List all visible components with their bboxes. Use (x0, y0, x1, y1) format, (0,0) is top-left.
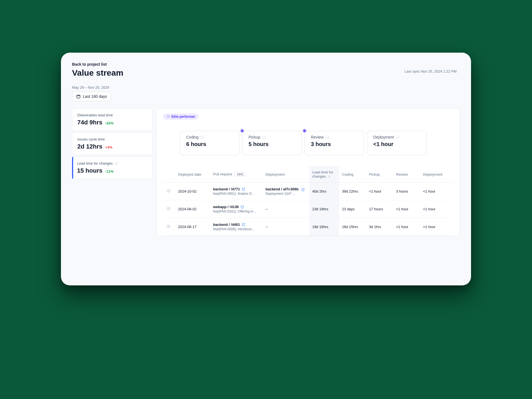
date-range-label: May 29 – Nov 25, 2024 (72, 85, 460, 89)
cell-coding: 39d 22hrs (339, 183, 366, 200)
svg-point-6 (168, 190, 169, 192)
metric-label: Lead time for changes (77, 161, 147, 165)
metric-delta: -11% (105, 169, 114, 173)
stage-dot-icon (241, 129, 244, 132)
external-link-icon[interactable] (242, 223, 245, 226)
metric-value: 15 hours (77, 167, 103, 174)
col-pull-request-label: Pull request (213, 172, 232, 176)
svg-rect-0 (77, 95, 80, 98)
info-icon (325, 135, 329, 139)
cell-watch (163, 218, 175, 236)
changes-table: Deployed date Pull request 1641 Deployme… (163, 166, 453, 236)
col-deployed-date[interactable]: Deployed date (175, 166, 211, 183)
stage-value: 3 hours (311, 141, 358, 147)
cell-lead: 19d 16hrs (310, 218, 339, 236)
page-title: Value stream (72, 68, 460, 78)
cell-deployment: -- (263, 218, 310, 236)
cell-deployment: backend / af7c306bDeployment 1047… (263, 183, 310, 200)
table-row[interactable]: 2024-08-02webapp / !4136 feat(PAN-5161):… (163, 200, 453, 218)
stage-label: Review (311, 135, 358, 139)
svg-point-7 (168, 208, 169, 209)
cell-review: <1 hour (393, 200, 420, 218)
metric-value: 74d 9hrs (77, 119, 103, 126)
metric-value: 2d 12hrs (77, 143, 103, 150)
stage-value: 6 hours (186, 141, 233, 147)
cell-deploy: <1 hour (420, 183, 453, 200)
gauge-icon (167, 115, 170, 118)
cell-coding: 23 days (339, 200, 366, 218)
stage-label: Coding (186, 135, 233, 139)
cell-deployment: -- (263, 200, 310, 218)
cell-deploy: <1 hour (420, 218, 453, 236)
col-pickup[interactable]: Pickup (366, 166, 393, 183)
cell-watch (163, 183, 175, 200)
last-sync-label: Last sync Nov 25, 2024 1:22 PM (405, 69, 457, 73)
external-link-icon[interactable] (301, 188, 305, 191)
main-panel: Elite performer Coding 6 hoursPickup 5 h… (156, 108, 460, 236)
cell-pr: webapp / !4136 feat(PAN-5161): Offering … (210, 200, 263, 218)
stage-pickup[interactable]: Pickup 5 hours (242, 131, 302, 155)
performer-badge-label: Elite performer (172, 115, 195, 119)
eye-icon[interactable] (166, 206, 171, 211)
cell-coding: 16d 15hrs (339, 218, 366, 236)
stage-flow: Coding 6 hoursPickup 5 hoursReview 3 hou… (180, 131, 442, 155)
stage-label: Deployment (373, 135, 420, 139)
stage-value: <1 hour (373, 141, 420, 147)
metric-delta: -32% (105, 121, 114, 125)
cell-review: <1 hour (393, 218, 420, 236)
sort-asc-icon: ↑ (329, 174, 331, 178)
external-link-icon[interactable] (241, 205, 244, 209)
metrics-sidebar: Deliverables lead time74d 9hrs-32%Issues… (72, 108, 152, 236)
stage-label: Pickup (249, 135, 295, 139)
calendar-icon (76, 94, 81, 99)
cell-lead: 23d 18hrs (310, 200, 339, 218)
col-deployment[interactable]: Deployment (263, 166, 310, 183)
info-icon (114, 162, 118, 165)
stage-review[interactable]: Review 3 hours (305, 131, 364, 155)
cell-pr: backend / !4771 feat(PAN-5651): finalize… (210, 183, 263, 200)
cell-deploy: <1 hour (420, 200, 453, 218)
col-watch (163, 166, 175, 183)
metric-card-0[interactable]: Deliverables lead time74d 9hrs-32% (72, 108, 152, 131)
eye-icon[interactable] (166, 188, 171, 193)
cell-pickup: 3d 1hrs (366, 218, 393, 236)
metric-label: Issues cycle time (77, 137, 147, 141)
col-pull-request[interactable]: Pull request 1641 (210, 166, 263, 183)
stage-dot-icon (303, 129, 306, 132)
pr-count-pill: 1641 (235, 172, 245, 177)
cell-date: 2024-10-02 (175, 183, 211, 200)
app-card: Back to project list Value stream Last s… (61, 53, 471, 285)
cell-watch (163, 200, 175, 218)
back-link[interactable]: Back to project list (72, 62, 460, 66)
table-row[interactable]: 2024-06-17backend / !4401 feat(PAN-5006)… (163, 218, 453, 236)
cell-pickup: <1 hour (366, 183, 393, 200)
metric-card-2[interactable]: Lead time for changes15 hours-11% (72, 157, 152, 179)
cell-pickup: 17 hours (366, 200, 393, 218)
cell-pr: backend / !4401 feat(PAN-5006): introduc… (210, 218, 263, 236)
col-coding[interactable]: Coding (339, 166, 366, 183)
col-deploy[interactable]: Deployment (420, 166, 453, 183)
performer-badge: Elite performer (163, 114, 198, 120)
info-icon (200, 135, 204, 139)
metric-card-1[interactable]: Issues cycle time2d 12hrs+4% (72, 132, 152, 155)
cell-review: 3 hours (393, 183, 420, 200)
date-range-button[interactable]: Last 180 days (72, 92, 111, 101)
table-row[interactable]: 2024-10-02backend / !4771 feat(PAN-5651)… (163, 183, 453, 200)
col-lead-time[interactable]: Lead time for changes ↑ (310, 166, 339, 183)
svg-point-8 (168, 226, 169, 227)
stage-value: 5 hours (249, 141, 295, 147)
col-review[interactable]: Review (393, 166, 420, 183)
cell-lead: 40d 2hrs (310, 183, 339, 200)
info-icon (262, 135, 266, 139)
info-icon (396, 135, 400, 139)
metric-delta: +4% (105, 145, 112, 149)
cell-date: 2024-08-02 (175, 200, 211, 218)
date-range-button-label: Last 180 days (83, 94, 107, 99)
cell-date: 2024-06-17 (175, 218, 211, 236)
external-link-icon[interactable] (242, 187, 245, 191)
eye-icon[interactable] (166, 224, 171, 229)
metric-label: Deliverables lead time (77, 113, 147, 117)
stage-deployment[interactable]: Deployment <1 hour (367, 131, 426, 155)
stage-coding[interactable]: Coding 6 hours (180, 131, 239, 155)
